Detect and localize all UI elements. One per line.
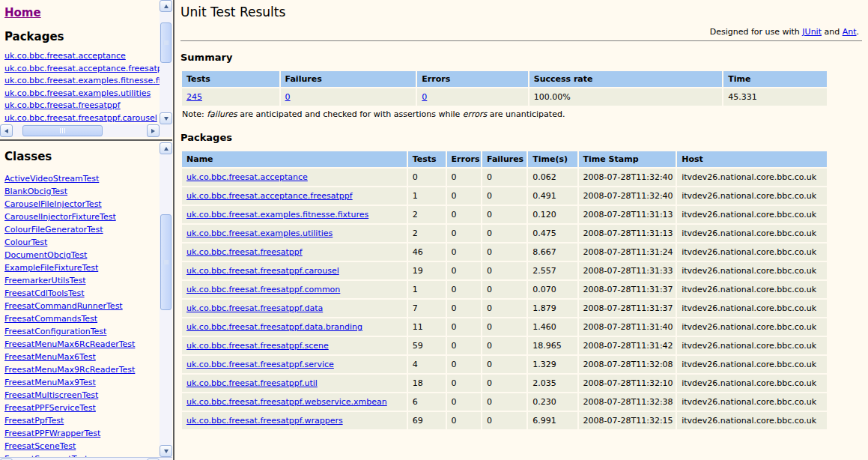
package-link[interactable]: uk.co.bbc.freesat.acceptance.freesatppf xyxy=(4,63,160,76)
class-link[interactable]: DocumentObcigTest xyxy=(4,249,160,261)
package-row: uk.co.bbc.freesat.acceptance.freesatppf1… xyxy=(182,187,827,205)
package-name-link[interactable]: uk.co.bbc.freesat.freesatppf.data.brandi… xyxy=(186,322,362,332)
summary-header-tests: Tests xyxy=(182,71,279,87)
class-link[interactable]: FreesatMenuMax6Test xyxy=(4,351,160,363)
package-failures-cell: 0 xyxy=(482,412,526,429)
package-name-cell: uk.co.bbc.freesat.freesatppf.data.brandi… xyxy=(182,318,407,336)
class-link[interactable]: CarouselInjectorFixtureTest xyxy=(4,211,160,223)
home-link[interactable]: Home xyxy=(4,6,41,19)
package-timestamp-cell: 2008-07-28T11:31:33 xyxy=(579,262,676,279)
package-name-cell: uk.co.bbc.freesat.freesatppf xyxy=(182,243,407,261)
class-link[interactable]: CarouselFileInjectorTest xyxy=(4,198,160,211)
package-name-link[interactable]: uk.co.bbc.freesat.freesatppf.data xyxy=(186,303,323,313)
class-link[interactable]: FreesatMenuMax6RcReaderTest xyxy=(4,338,160,351)
package-time-cell: 0.230 xyxy=(528,393,577,411)
package-name-link[interactable]: uk.co.bbc.freesat.freesatppf.service xyxy=(186,360,334,369)
package-tests-cell: 46 xyxy=(408,243,446,261)
main-frame: Unit Test Results Designed for use with … xyxy=(175,0,868,460)
package-row: uk.co.bbc.freesat.freesatppf.common1000.… xyxy=(182,281,827,298)
package-timestamp-cell: 2008-07-28T11:32:08 xyxy=(579,356,676,373)
package-errors-cell: 0 xyxy=(447,225,482,242)
summary-failures-cell: 0 xyxy=(281,88,416,106)
package-timestamp-cell: 2008-07-28T11:31:37 xyxy=(579,281,676,298)
package-list-frame: Home Packages uk.co.bbc.freesat.acceptan… xyxy=(0,0,172,137)
package-name-link[interactable]: uk.co.bbc.freesat.freesatppf.webservice.… xyxy=(186,397,387,407)
package-tests-cell: 19 xyxy=(408,262,446,279)
package-name-link[interactable]: uk.co.bbc.freesat.freesatppf.wrappers xyxy=(186,416,343,426)
package-failures-cell: 0 xyxy=(482,337,526,354)
scroll-left-button[interactable] xyxy=(0,124,13,137)
package-link[interactable]: uk.co.bbc.freesat.examples.utilities xyxy=(4,88,160,100)
scroll-up-button[interactable] xyxy=(160,0,172,12)
package-tests-cell: 59 xyxy=(408,337,446,354)
class-link[interactable]: FreesatCommandRunnerTest xyxy=(4,300,160,312)
class-frame-vertical-scrollbar[interactable] xyxy=(160,142,172,457)
package-link[interactable]: uk.co.bbc.freesat.freesatppf xyxy=(4,100,160,112)
package-failures-cell: 0 xyxy=(482,281,526,298)
summary-errors-link[interactable]: 0 xyxy=(422,92,427,102)
class-link[interactable]: FreesatCommandsTest xyxy=(4,312,160,325)
package-name-link[interactable]: uk.co.bbc.freesat.examples.utilities xyxy=(186,229,333,238)
packages-table: NameTestsErrorsFailuresTime(s)Time Stamp… xyxy=(180,150,828,431)
class-link[interactable]: FreesatPPFWrapperTest xyxy=(4,427,160,440)
class-link[interactable]: FreesatConfigurationTest xyxy=(4,325,160,338)
scroll-right-button[interactable] xyxy=(147,124,160,137)
class-link[interactable]: FreesatPPFServiceTest xyxy=(4,402,160,414)
errors-word: errors xyxy=(463,109,487,119)
class-link[interactable]: FreesatCdlToolsTest xyxy=(4,287,160,300)
frame-divider[interactable] xyxy=(0,137,172,142)
scroll-down-icon xyxy=(164,450,169,453)
package-frame-vertical-scrollbar[interactable] xyxy=(160,0,172,124)
class-frame-horizontal-scrollbar[interactable] xyxy=(0,457,172,460)
class-link[interactable]: FreesatSceneTest xyxy=(4,440,160,453)
class-link[interactable]: FreemarkerUtilsTest xyxy=(4,274,160,287)
class-link[interactable]: FreesatMenuMax9Test xyxy=(4,376,160,389)
package-name-link[interactable]: uk.co.bbc.freesat.examples.fitnesse.fixt… xyxy=(186,210,368,220)
package-name-link[interactable]: uk.co.bbc.freesat.freesatppf xyxy=(186,247,303,257)
class-link[interactable]: ExampleFileFixtureTest xyxy=(4,261,160,274)
package-timestamp-cell: 2008-07-28T11:31:42 xyxy=(579,337,676,354)
package-row: uk.co.bbc.freesat.examples.fitnesse.fixt… xyxy=(182,206,827,223)
package-host-cell: itvdev26.national.core.bbc.co.uk xyxy=(677,375,826,392)
class-link[interactable]: ColourTest xyxy=(4,236,160,249)
package-link[interactable]: uk.co.bbc.freesat.acceptance xyxy=(4,50,160,63)
package-tests-cell: 6 xyxy=(408,393,446,411)
class-link[interactable]: FreesatMultiscreenTest xyxy=(4,389,160,402)
sidebar-packages-heading: Packages xyxy=(4,30,160,43)
period-text: . xyxy=(857,27,860,37)
scrollbar-thumb[interactable] xyxy=(160,214,172,310)
ant-link[interactable]: Ant xyxy=(843,27,857,37)
package-name-link[interactable]: uk.co.bbc.freesat.freesatppf.scene xyxy=(186,341,329,351)
summary-tests-link[interactable]: 245 xyxy=(186,92,202,102)
class-link[interactable]: ActiveVideoStreamTest xyxy=(4,172,160,185)
class-link[interactable]: ColourFileGeneratorTest xyxy=(4,223,160,236)
packages-header-time-s-: Time(s) xyxy=(528,151,577,167)
class-link[interactable]: FreesatPpfTest xyxy=(4,414,160,427)
package-link[interactable]: uk.co.bbc.freesat.freesatppf.carousel xyxy=(4,112,160,125)
package-frame-horizontal-scrollbar[interactable] xyxy=(0,124,160,137)
package-failures-cell: 0 xyxy=(482,187,526,205)
scrollbar-thumb[interactable] xyxy=(160,22,172,63)
scrollbar-thumb[interactable] xyxy=(22,125,103,136)
class-link[interactable]: FreesatMenuMax9RcReaderTest xyxy=(4,363,160,376)
package-host-cell: itvdev26.national.core.bbc.co.uk xyxy=(677,187,826,205)
package-name-link[interactable]: uk.co.bbc.freesat.acceptance.freesatppf xyxy=(186,191,353,201)
package-row: uk.co.bbc.freesat.freesatppf.service4001… xyxy=(182,356,827,373)
summary-failures-link[interactable]: 0 xyxy=(285,92,291,102)
package-name-cell: uk.co.bbc.freesat.freesatppf.service xyxy=(182,356,407,373)
package-tests-cell: 11 xyxy=(408,318,446,336)
junit-link[interactable]: JUnit xyxy=(802,27,822,37)
scroll-down-button[interactable] xyxy=(160,445,172,457)
package-name-link[interactable]: uk.co.bbc.freesat.freesatppf.util xyxy=(186,378,318,388)
scroll-down-button[interactable] xyxy=(160,112,172,124)
package-name-link[interactable]: uk.co.bbc.freesat.freesatppf.carousel xyxy=(186,266,339,276)
summary-header-failures: Failures xyxy=(281,71,416,87)
package-link[interactable]: uk.co.bbc.freesat.examples.fitnesse.fixt… xyxy=(4,75,160,88)
package-errors-cell: 0 xyxy=(447,412,482,429)
scroll-up-button[interactable] xyxy=(160,142,172,154)
package-name-link[interactable]: uk.co.bbc.freesat.acceptance xyxy=(186,172,308,182)
package-host-cell: itvdev26.national.core.bbc.co.uk xyxy=(677,225,826,242)
scrollbar-grip-icon xyxy=(59,126,66,136)
package-name-link[interactable]: uk.co.bbc.freesat.freesatppf.common xyxy=(186,285,340,294)
class-link[interactable]: BlankObcigTest xyxy=(4,185,160,198)
